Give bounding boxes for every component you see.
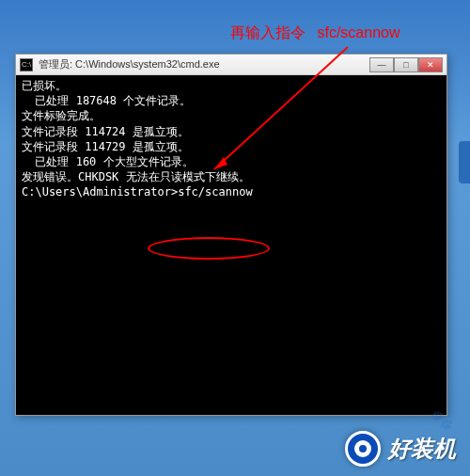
annotation-ellipse xyxy=(148,237,270,260)
window-controls: — □ ✕ xyxy=(369,57,443,72)
cmd-output-line: 发现错误。CHKDSK 无法在只读模式下继续。 xyxy=(22,169,441,184)
cmd-prompt-line: C:\Users\Administrator>sfc/scannow xyxy=(22,184,441,199)
maximize-button[interactable]: □ xyxy=(394,57,418,72)
cmd-output-line: 已损坏。 xyxy=(22,78,441,93)
annotation-command: sfc/scannow xyxy=(317,24,400,40)
watermark-text: 好装机 xyxy=(388,434,456,464)
cmd-icon: C:\ xyxy=(20,58,33,71)
cmd-window: C:\ 管理员: C:\Windows\system32\cmd.exe — □… xyxy=(15,54,447,416)
cmd-output-line: 文件记录段 114729 是孤立项。 xyxy=(22,139,441,154)
cmd-output-line: 已处理 160 个大型文件记录。 xyxy=(22,154,441,169)
annotation-text: 再输入指令 xyxy=(230,24,306,40)
minimize-button[interactable]: — xyxy=(369,57,394,72)
annotation-label: 再输入指令 sfc/scannow xyxy=(230,24,400,43)
cmd-output-line: 文件记录段 114724 是孤立项。 xyxy=(22,124,441,139)
paw-icon: 🐾 xyxy=(430,408,453,431)
window-title: 管理员: C:\Windows\system32\cmd.exe xyxy=(39,57,369,71)
desktop-edge xyxy=(459,141,470,183)
cmd-terminal[interactable]: 已损坏。 已处理 187648 个文件记录。 文件标验完成。 文件记录段 114… xyxy=(16,75,446,415)
titlebar[interactable]: C:\ 管理员: C:\Windows\system32\cmd.exe — □… xyxy=(16,55,446,75)
cmd-output-line: 已处理 187648 个文件记录。 xyxy=(22,93,441,108)
watermark-logo-icon xyxy=(345,431,381,467)
cmd-output-line: 文件标验完成。 xyxy=(22,108,441,123)
close-button[interactable]: ✕ xyxy=(418,57,443,72)
watermark: 好装机 xyxy=(345,431,456,467)
